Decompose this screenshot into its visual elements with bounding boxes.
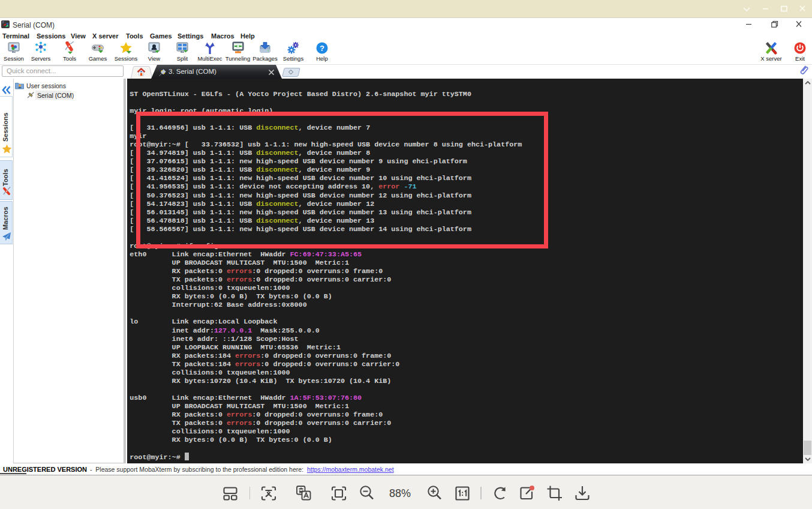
svg-text:?: ? bbox=[320, 44, 324, 53]
